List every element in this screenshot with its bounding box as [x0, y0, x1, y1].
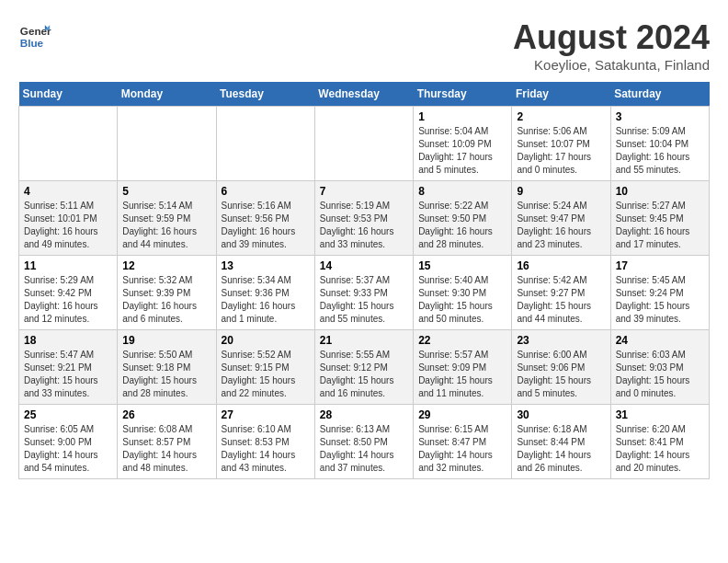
day-info: Sunrise: 6:10 AM Sunset: 8:53 PM Dayligh…	[222, 423, 310, 475]
weekday-row: SundayMondayTuesdayWednesdayThursdayFrid…	[19, 82, 710, 107]
day-info: Sunrise: 5:16 AM Sunset: 9:56 PM Dayligh…	[222, 200, 310, 251]
calendar-cell: 31Sunrise: 6:20 AM Sunset: 8:41 PM Dayli…	[610, 405, 709, 479]
day-info: Sunrise: 5:37 AM Sunset: 9:33 PM Dayligh…	[320, 274, 408, 326]
day-info: Sunrise: 5:32 AM Sunset: 9:39 PM Dayligh…	[122, 274, 210, 326]
calendar-cell: 17Sunrise: 5:45 AM Sunset: 9:24 PM Dayli…	[610, 256, 709, 330]
day-number: 26	[122, 408, 210, 421]
day-info: Sunrise: 5:50 AM Sunset: 9:18 PM Dayligh…	[122, 349, 210, 400]
weekday-header-friday: Friday	[512, 82, 610, 107]
day-info: Sunrise: 5:57 AM Sunset: 9:09 PM Dayligh…	[418, 349, 506, 400]
day-info: Sunrise: 5:04 AM Sunset: 10:09 PM Daylig…	[418, 125, 506, 177]
weekday-header-wednesday: Wednesday	[314, 82, 413, 107]
weekday-header-saturday: Saturday	[610, 82, 709, 107]
day-info: Sunrise: 5:55 AM Sunset: 9:12 PM Dayligh…	[320, 349, 408, 400]
weekday-header-sunday: Sunday	[19, 82, 118, 107]
calendar-cell: 9Sunrise: 5:24 AM Sunset: 9:47 PM Daylig…	[512, 181, 610, 256]
day-number: 2	[517, 110, 605, 123]
day-number: 6	[222, 185, 310, 198]
calendar-cell: 7Sunrise: 5:19 AM Sunset: 9:53 PM Daylig…	[314, 181, 413, 256]
calendar-cell: 28Sunrise: 6:13 AM Sunset: 8:50 PM Dayli…	[314, 405, 413, 479]
calendar-cell	[216, 107, 314, 181]
calendar-cell: 19Sunrise: 5:50 AM Sunset: 9:18 PM Dayli…	[118, 330, 216, 405]
day-info: Sunrise: 5:22 AM Sunset: 9:50 PM Dayligh…	[418, 200, 506, 251]
calendar-cell: 12Sunrise: 5:32 AM Sunset: 9:39 PM Dayli…	[118, 256, 216, 330]
title-block: August 2024 Koeylioe, Satakunta, Finland	[513, 18, 710, 73]
day-info: Sunrise: 6:15 AM Sunset: 8:47 PM Dayligh…	[418, 423, 506, 475]
calendar-week-row: 25Sunrise: 6:05 AM Sunset: 9:00 PM Dayli…	[19, 405, 710, 479]
page-header: General Blue August 2024 Koeylioe, Satak…	[18, 18, 710, 73]
calendar-cell: 4Sunrise: 5:11 AM Sunset: 10:01 PM Dayli…	[19, 181, 118, 256]
day-info: Sunrise: 6:05 AM Sunset: 9:00 PM Dayligh…	[24, 423, 112, 475]
calendar-week-row: 4Sunrise: 5:11 AM Sunset: 10:01 PM Dayli…	[19, 181, 710, 256]
calendar-week-row: 18Sunrise: 5:47 AM Sunset: 9:21 PM Dayli…	[19, 330, 710, 405]
calendar-cell: 25Sunrise: 6:05 AM Sunset: 9:00 PM Dayli…	[19, 405, 118, 479]
day-info: Sunrise: 5:24 AM Sunset: 9:47 PM Dayligh…	[517, 200, 605, 251]
day-info: Sunrise: 5:09 AM Sunset: 10:04 PM Daylig…	[616, 125, 704, 177]
day-number: 18	[24, 334, 112, 347]
calendar-cell: 30Sunrise: 6:18 AM Sunset: 8:44 PM Dayli…	[512, 405, 610, 479]
calendar-cell: 27Sunrise: 6:10 AM Sunset: 8:53 PM Dayli…	[216, 405, 314, 479]
weekday-header-monday: Monday	[118, 82, 216, 107]
day-number: 14	[320, 259, 408, 272]
calendar-body: 1Sunrise: 5:04 AM Sunset: 10:09 PM Dayli…	[19, 107, 710, 479]
calendar-cell: 15Sunrise: 5:40 AM Sunset: 9:30 PM Dayli…	[414, 256, 512, 330]
calendar-cell: 22Sunrise: 5:57 AM Sunset: 9:09 PM Dayli…	[414, 330, 512, 405]
day-info: Sunrise: 5:11 AM Sunset: 10:01 PM Daylig…	[24, 200, 112, 251]
day-info: Sunrise: 5:29 AM Sunset: 9:42 PM Dayligh…	[24, 274, 112, 326]
calendar-week-row: 11Sunrise: 5:29 AM Sunset: 9:42 PM Dayli…	[19, 256, 710, 330]
day-info: Sunrise: 5:52 AM Sunset: 9:15 PM Dayligh…	[222, 349, 310, 400]
calendar-cell: 1Sunrise: 5:04 AM Sunset: 10:09 PM Dayli…	[414, 107, 512, 181]
day-info: Sunrise: 6:20 AM Sunset: 8:41 PM Dayligh…	[616, 423, 704, 475]
calendar-cell: 3Sunrise: 5:09 AM Sunset: 10:04 PM Dayli…	[610, 107, 709, 181]
calendar-cell	[118, 107, 216, 181]
day-number: 29	[418, 408, 506, 421]
calendar-cell: 13Sunrise: 5:34 AM Sunset: 9:36 PM Dayli…	[216, 256, 314, 330]
day-number: 28	[320, 408, 408, 421]
day-number: 8	[418, 185, 506, 198]
weekday-header-thursday: Thursday	[414, 82, 512, 107]
day-info: Sunrise: 6:18 AM Sunset: 8:44 PM Dayligh…	[517, 423, 605, 475]
day-number: 11	[24, 259, 112, 272]
calendar-cell: 24Sunrise: 6:03 AM Sunset: 9:03 PM Dayli…	[610, 330, 709, 405]
day-number: 1	[418, 110, 506, 123]
day-info: Sunrise: 5:47 AM Sunset: 9:21 PM Dayligh…	[24, 349, 112, 400]
month-year-title: August 2024	[513, 18, 710, 57]
logo-icon: General Blue	[18, 18, 51, 52]
day-number: 16	[517, 259, 605, 272]
day-number: 10	[616, 185, 704, 198]
day-number: 31	[616, 408, 704, 421]
weekday-header-tuesday: Tuesday	[216, 82, 314, 107]
calendar-cell: 20Sunrise: 5:52 AM Sunset: 9:15 PM Dayli…	[216, 330, 314, 405]
calendar-header: SundayMondayTuesdayWednesdayThursdayFrid…	[19, 82, 710, 107]
day-number: 7	[320, 185, 408, 198]
calendar-cell: 18Sunrise: 5:47 AM Sunset: 9:21 PM Dayli…	[19, 330, 118, 405]
calendar-cell: 26Sunrise: 6:08 AM Sunset: 8:57 PM Dayli…	[118, 405, 216, 479]
day-info: Sunrise: 5:40 AM Sunset: 9:30 PM Dayligh…	[418, 274, 506, 326]
day-number: 19	[122, 334, 210, 347]
day-number: 13	[222, 259, 310, 272]
calendar-table: SundayMondayTuesdayWednesdayThursdayFrid…	[18, 82, 710, 479]
day-info: Sunrise: 6:00 AM Sunset: 9:06 PM Dayligh…	[517, 349, 605, 400]
calendar-cell: 6Sunrise: 5:16 AM Sunset: 9:56 PM Daylig…	[216, 181, 314, 256]
day-info: Sunrise: 6:13 AM Sunset: 8:50 PM Dayligh…	[320, 423, 408, 475]
calendar-cell: 29Sunrise: 6:15 AM Sunset: 8:47 PM Dayli…	[414, 405, 512, 479]
day-number: 15	[418, 259, 506, 272]
day-number: 4	[24, 185, 112, 198]
svg-text:General: General	[20, 25, 51, 37]
day-number: 30	[517, 408, 605, 421]
day-number: 22	[418, 334, 506, 347]
calendar-cell: 16Sunrise: 5:42 AM Sunset: 9:27 PM Dayli…	[512, 256, 610, 330]
day-info: Sunrise: 5:45 AM Sunset: 9:24 PM Dayligh…	[616, 274, 704, 326]
calendar-cell	[314, 107, 413, 181]
day-number: 23	[517, 334, 605, 347]
day-info: Sunrise: 5:27 AM Sunset: 9:45 PM Dayligh…	[616, 200, 704, 251]
day-info: Sunrise: 5:06 AM Sunset: 10:07 PM Daylig…	[517, 125, 605, 177]
calendar-cell: 21Sunrise: 5:55 AM Sunset: 9:12 PM Dayli…	[314, 330, 413, 405]
day-info: Sunrise: 5:42 AM Sunset: 9:27 PM Dayligh…	[517, 274, 605, 326]
calendar-cell: 23Sunrise: 6:00 AM Sunset: 9:06 PM Dayli…	[512, 330, 610, 405]
calendar-cell: 5Sunrise: 5:14 AM Sunset: 9:59 PM Daylig…	[118, 181, 216, 256]
logo: General Blue	[18, 18, 51, 52]
day-number: 21	[320, 334, 408, 347]
day-number: 27	[222, 408, 310, 421]
calendar-cell: 10Sunrise: 5:27 AM Sunset: 9:45 PM Dayli…	[610, 181, 709, 256]
